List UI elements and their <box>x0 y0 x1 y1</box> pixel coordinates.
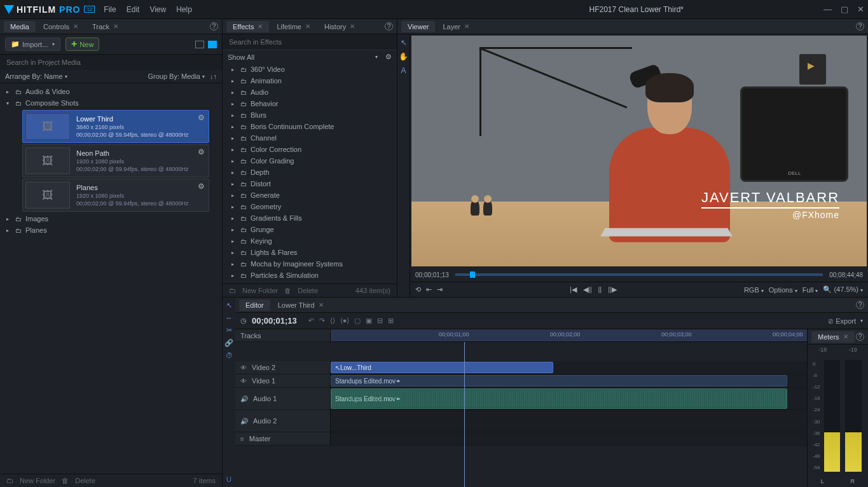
arrange-dropdown[interactable]: Name <box>44 72 62 80</box>
close-icon[interactable]: ✕ <box>258 23 263 30</box>
hand-tool-icon[interactable]: ↔ <box>226 314 233 322</box>
track-audio-2[interactable]: 🔊Audio 2 <box>235 410 807 432</box>
next-frame-button[interactable]: ||▶ <box>608 285 617 294</box>
folder-planes[interactable]: ▸🗀Planes <box>0 224 222 236</box>
folder-composite-shots[interactable]: ▾🗀Composite Shots <box>0 97 222 109</box>
effect-category[interactable]: ▸🗀Keying <box>223 235 397 247</box>
effect-category[interactable]: ▸🗀Blurs <box>223 109 397 121</box>
scrub-bar[interactable] <box>455 273 823 276</box>
close-button[interactable]: ✕ <box>857 4 864 14</box>
tab-lower-third-comp[interactable]: Lower Third✕ <box>272 299 330 311</box>
hand-tool-icon[interactable]: ✋ <box>399 52 408 61</box>
close-icon[interactable]: ✕ <box>113 23 118 30</box>
redo-icon[interactable]: ↷ <box>319 317 325 325</box>
effect-category[interactable]: ▸🗀Color Grading <box>223 155 397 167</box>
slice-tool-icon[interactable]: ✂ <box>226 326 232 334</box>
delete-button[interactable]: Delete <box>298 287 318 294</box>
close-icon[interactable]: ✕ <box>350 23 355 30</box>
tab-editor[interactable]: Editor <box>239 299 270 311</box>
play-button[interactable]: || <box>598 285 602 294</box>
menu-edit[interactable]: Edit <box>127 5 140 14</box>
quality-dropdown[interactable]: Full▾ <box>803 286 818 294</box>
menu-file[interactable]: File <box>104 5 116 14</box>
eye-icon[interactable]: 👁 <box>240 378 247 385</box>
select-tool-icon[interactable]: ↖ <box>401 38 407 47</box>
gear-icon[interactable]: ⚙ <box>198 182 205 191</box>
effect-category[interactable]: ▸🗀360° Video <box>223 64 397 75</box>
speaker-icon[interactable]: 🔊 <box>240 418 248 425</box>
menu-help[interactable]: Help <box>176 5 192 14</box>
close-icon[interactable]: ✕ <box>843 333 848 340</box>
colorspace-dropdown[interactable]: RGB▾ <box>744 286 764 294</box>
gear-icon[interactable]: ⚙ <box>385 53 392 61</box>
chevron-down-icon[interactable]: ▾ <box>202 74 205 79</box>
tab-layer[interactable]: Layer✕ <box>436 21 476 32</box>
close-icon[interactable]: ✕ <box>73 23 78 30</box>
group-dropdown[interactable]: Media <box>181 72 200 80</box>
zoom-control[interactable]: 🔍 (47.5%)▾ <box>823 285 863 294</box>
new-button[interactable]: ✚New <box>65 38 99 51</box>
new-folder-button[interactable]: New Folder <box>242 287 278 294</box>
import-button[interactable]: 📁Import...▾ <box>5 38 60 51</box>
effect-category[interactable]: ▸🗀Behavior <box>223 98 397 109</box>
effect-category[interactable]: ▸🗀Geometry <box>223 201 397 212</box>
effect-category[interactable]: ▸🗀Gradients & Fills <box>223 212 397 224</box>
effect-category[interactable]: ▸🗀Lights & Flares <box>223 247 397 258</box>
effect-category[interactable]: ▸🗀Depth <box>223 167 397 178</box>
help-icon[interactable]: ? <box>385 22 393 31</box>
folder-images[interactable]: ▸🗀Images <box>0 213 222 224</box>
media-search-input[interactable] <box>0 55 222 70</box>
link-tool-icon[interactable]: 🔗 <box>224 339 233 347</box>
effect-category[interactable]: ▸🗀Particles & Simulation <box>223 270 397 281</box>
snap-tool-icon[interactable]: U <box>226 476 231 483</box>
playhead[interactable] <box>464 342 465 487</box>
folder-audio-video[interactable]: ▸🗀Audio & Video <box>0 86 222 97</box>
clip-planes[interactable]: 🖼 Planes 1920 x 1080 pixels 00;00;02;00 … <box>22 179 209 212</box>
select-tool-icon[interactable]: ↖ <box>226 301 232 310</box>
tab-meters[interactable]: Meters✕ <box>811 331 855 343</box>
gear-icon[interactable]: ⚙ <box>198 113 205 122</box>
view-grid-icon[interactable] <box>195 41 204 48</box>
out-point-icon[interactable]: ⇥ <box>437 285 443 294</box>
close-icon[interactable]: ✕ <box>319 301 324 308</box>
help-icon[interactable]: ? <box>856 333 864 341</box>
undo-icon[interactable]: ↶ <box>308 317 314 325</box>
effect-category[interactable]: ▸🗀Generate <box>223 189 397 201</box>
preview-canvas[interactable]: JAVERT VALBARR @FXhome <box>411 36 867 266</box>
extract-icon[interactable]: ⊞ <box>388 317 394 325</box>
options-dropdown[interactable]: Options▾ <box>769 286 797 294</box>
insert-icon[interactable]: ▢ <box>354 317 361 325</box>
view-list-icon[interactable] <box>208 41 217 48</box>
effect-category[interactable]: ▸🗀Channel <box>223 132 397 144</box>
minimize-button[interactable]: — <box>823 4 832 14</box>
effect-category[interactable]: ▸🗀Mocha by Imagineer Systems <box>223 258 397 270</box>
tab-viewer[interactable]: Viewer <box>401 21 435 32</box>
eye-icon[interactable]: 👁 <box>240 364 247 371</box>
text-tool-icon[interactable]: A <box>401 66 406 75</box>
step-back-button[interactable]: ◀|| <box>583 285 592 294</box>
tab-effects[interactable]: Effects✕ <box>226 21 269 32</box>
clip-lower-third[interactable]: 🖼 Lower Third 3840 x 2160 pixels 00;00;0… <box>22 110 209 143</box>
effect-category[interactable]: ▸🗀Boris Continuum Complete <box>223 121 397 132</box>
clip-neon-path[interactable]: 🖼 Neon Path 1920 x 1080 pixels 00;00;02;… <box>22 144 209 177</box>
clip-standups-video[interactable]: Standups Edited.mov ⚭ <box>331 375 787 387</box>
track-audio-1[interactable]: 🔊Audio 1 Standups Edited.mov ⚭ <box>235 388 807 410</box>
tab-media[interactable]: Media <box>4 21 36 32</box>
clip-standups-audio[interactable]: Standups Edited.mov ⚭ <box>331 388 787 409</box>
overwrite-icon[interactable]: ▣ <box>366 317 372 325</box>
chevron-down-icon[interactable]: ▾ <box>65 74 67 79</box>
help-icon[interactable]: ? <box>856 301 864 309</box>
effects-search-input[interactable] <box>223 34 397 50</box>
new-folder-button[interactable]: New Folder <box>20 477 55 484</box>
volume-icon[interactable]: ≡ <box>240 436 244 442</box>
export-button[interactable]: ⎚Export▾ <box>829 317 863 325</box>
effect-category[interactable]: ▸🗀Animation <box>223 75 397 86</box>
prev-frame-button[interactable]: |◀ <box>570 285 577 294</box>
timeline-ruler[interactable]: 00;00;01;00 00;00;02;00 00;00;03;00 00;0… <box>331 329 807 342</box>
effect-category[interactable]: ▸🗀Audio <box>223 86 397 98</box>
delete-button[interactable]: Delete <box>75 477 95 484</box>
track-master[interactable]: ≡Master <box>235 432 807 446</box>
lift-icon[interactable]: ⊟ <box>377 317 383 325</box>
maximize-button[interactable]: ▢ <box>841 4 848 14</box>
menu-view[interactable]: View <box>149 5 166 14</box>
